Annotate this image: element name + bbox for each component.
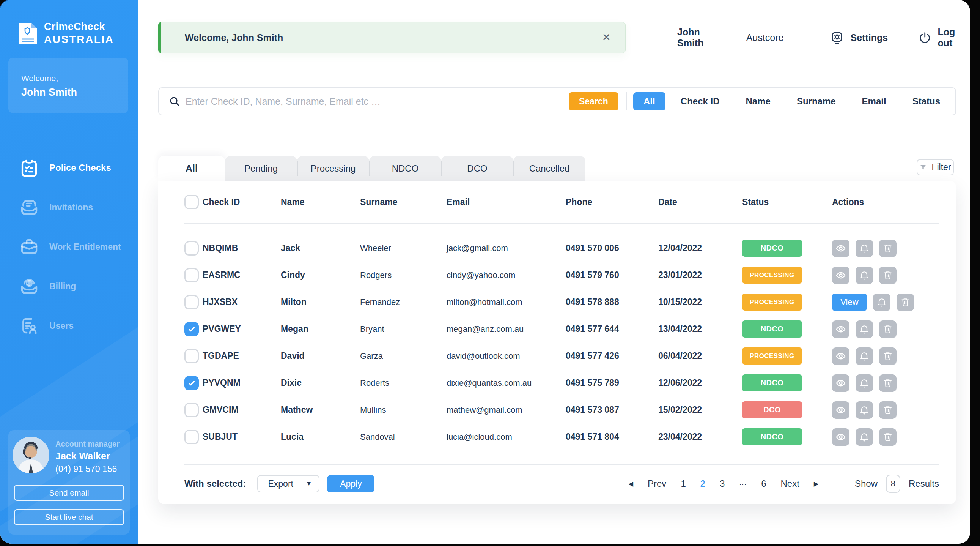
cell-phone: 0491 577 426 [566,351,658,361]
export-dropdown-value: Export [268,479,293,489]
welcome-banner: Welcome, John Smith ✕ [158,22,626,53]
row-checkbox[interactable] [185,241,199,255]
view-eye-button[interactable] [832,267,850,284]
delete-trash-button[interactable] [879,401,897,419]
notify-bell-button[interactable] [856,267,873,284]
apply-button[interactable]: Apply [327,475,374,492]
cell-surname: Roderts [360,378,447,388]
table-footer: With selected: Export ▼ Apply ◀ Prev 123… [158,465,956,502]
sidebar: CrimeCheck AUSTRALIA Welcome, John Smith… [0,0,138,544]
cell-name: Jack [281,243,360,253]
pagination-page-1[interactable]: 1 [681,478,686,489]
filter-button[interactable]: Filter [916,159,954,176]
sidebar-item-police-checks[interactable]: Police Checks [0,148,138,188]
sidebar-item-billing[interactable]: Billing [0,267,138,306]
view-eye-button[interactable] [832,428,850,446]
search-filter-name[interactable]: Name [746,96,770,107]
logout-button[interactable]: Log out [918,27,970,49]
status-badge: PROCESSING [742,347,802,364]
delete-trash-button[interactable] [879,374,897,392]
tab-processing[interactable]: Processing [297,156,369,181]
prev-arrow-icon[interactable]: ◀ [628,480,633,488]
delete-trash-button[interactable] [879,321,897,338]
close-icon[interactable]: ✕ [602,32,611,43]
view-eye-button[interactable] [832,239,850,257]
notify-bell-button[interactable] [873,294,891,311]
view-eye-button[interactable] [832,347,850,365]
sidebar-item-work-entitlement[interactable]: Work Entitlement [0,227,138,267]
notify-bell-button[interactable] [856,428,873,446]
cell-date: 15/02/2022 [658,405,742,415]
table-row: TGDAPEDavidGarzadavid@outlook.com0491 57… [158,342,956,369]
notify-bell-button[interactable] [856,239,873,257]
sidebar-item-label: Police Checks [49,163,111,173]
view-eye-button[interactable] [832,321,850,338]
show-count-box[interactable]: 8 [886,475,900,493]
tab-all[interactable]: All [158,156,225,181]
cell-checkid: NBQIMB [203,243,281,253]
table-row: PVGWEYMeganBryantmegan@anz.com.au0491 57… [158,316,956,342]
delete-trash-button[interactable] [879,267,897,284]
pagination-page-2[interactable]: 2 [700,478,705,489]
pagination-page-6[interactable]: 6 [761,478,766,489]
delete-trash-button[interactable] [879,239,897,257]
cell-email: dixie@quantas.com.au [447,378,566,388]
next-arrow-icon[interactable]: ▶ [814,480,819,488]
row-checkbox[interactable] [185,349,199,363]
search-filter-surname[interactable]: Surname [797,96,836,107]
notify-bell-button[interactable] [856,401,873,419]
export-dropdown[interactable]: Export ▼ [257,475,320,492]
row-checkbox[interactable] [185,376,199,390]
delete-trash-button[interactable] [897,294,914,311]
tab-cancelled[interactable]: Cancelled [513,156,585,181]
row-checkbox[interactable] [185,295,199,310]
sidebar-item-invitations[interactable]: Invitations [0,188,138,227]
clipboard-check-icon [19,158,40,178]
start-live-chat-button[interactable]: Start live chat [14,509,124,525]
search-input[interactable] [186,96,569,107]
view-eye-button[interactable] [832,374,850,392]
row-checkbox[interactable] [185,268,199,283]
tab-pending[interactable]: Pending [225,156,297,181]
cell-status: NDCO [742,321,832,338]
search-filter-all[interactable]: All [633,92,665,110]
cell-checkid: EASRMC [203,270,281,280]
cell-email: milton@hotmail.com [447,297,566,307]
sidebar-item-users[interactable]: Users [0,306,138,345]
sidebar-item-label: Work Entitlement [49,242,121,252]
tab-dco[interactable]: DCO [441,156,513,181]
pagination-next[interactable]: Next [780,478,799,489]
notify-bell-button[interactable] [856,347,873,365]
sidebar-item-label: Invitations [49,203,93,212]
col-email: Email [447,197,566,207]
cell-surname: Bryant [360,324,447,334]
pagination-prev[interactable]: Prev [648,478,666,489]
search-filter-email[interactable]: Email [862,96,886,107]
search-button[interactable]: Search [569,92,619,110]
col-phone: Phone [566,197,658,207]
notify-bell-button[interactable] [856,374,873,392]
search-bar: Search All Check IDNameSurnameEmailStatu… [158,87,956,115]
select-all-checkbox[interactable] [185,195,199,209]
table-row: SUBJUTLuciaSandovallucia@icloud.com0491 … [158,423,956,450]
send-email-button[interactable]: Send email [14,485,124,501]
view-eye-button[interactable] [832,401,850,419]
row-checkbox[interactable] [185,403,199,417]
pagination-ellipsis: ... [739,478,747,489]
settings-button[interactable]: Settings [830,30,888,45]
delete-trash-button[interactable] [879,347,897,365]
row-checkbox[interactable] [185,430,199,444]
search-filter-check-id[interactable]: Check ID [681,96,720,107]
delete-trash-button[interactable] [879,428,897,446]
search-filter-status[interactable]: Status [912,96,940,107]
view-button[interactable]: View [832,294,867,311]
row-checkbox[interactable] [185,322,199,337]
search-icon [169,96,180,107]
notify-bell-button[interactable] [856,321,873,338]
table-row: EASRMCCindyRodgerscindy@yahoo.com0491 57… [158,262,956,289]
pagination-page-3[interactable]: 3 [720,478,725,489]
table-row: GMVCIMMathewMullinsmathew@gmail.com0491 … [158,396,956,423]
tab-ndco[interactable]: NDCO [369,156,441,181]
account-manager-avatar [13,437,49,474]
cell-email: david@outlook.com [447,351,566,361]
